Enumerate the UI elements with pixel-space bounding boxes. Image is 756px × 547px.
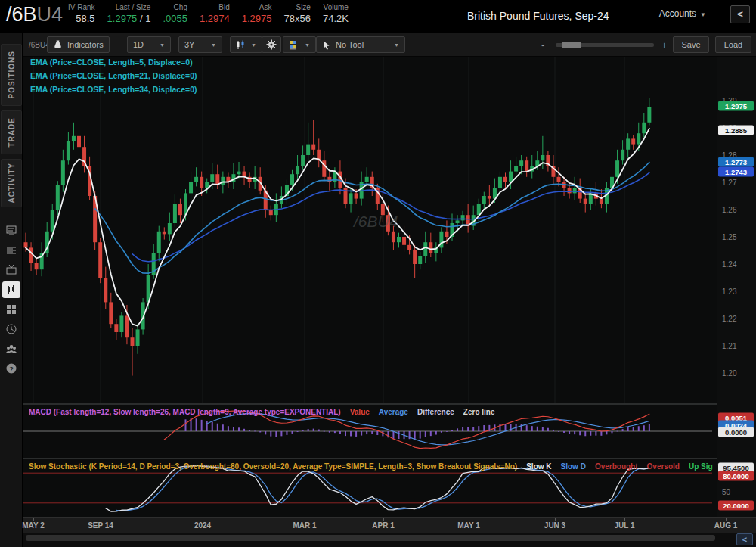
- header: /6BU4 IV Rank58.5Last / Size1.2975 / 1Ch…: [0, 0, 756, 33]
- chart-toolbar: /6BU4 Indicators 1D ▼ 3Y ▼ ▼ ▼ No Tool ▼: [23, 33, 756, 57]
- time-label-jul-1: JUL 1: [614, 521, 634, 530]
- stoch-row-legend-slow-d[interactable]: Slow D: [561, 462, 586, 471]
- timeframe-dropdown[interactable]: 1D ▼: [127, 36, 171, 53]
- price-tick: 1.20: [722, 369, 736, 378]
- stoch-row-legend-up-signal[interactable]: Up Signal: [689, 462, 713, 471]
- quote-field-volume: Volume74.2K: [323, 2, 349, 26]
- macd-row-legend-average[interactable]: Average: [379, 408, 408, 416]
- macd-study-row: MACD (Fast length=12, Slow length=26, MA…: [29, 408, 713, 416]
- stoch-row-legend-slow-k[interactable]: Slow K: [526, 462, 551, 471]
- quote-field-value: 1.2974: [200, 12, 230, 26]
- macd-row-legend-zero-line[interactable]: Zero line: [463, 408, 495, 416]
- price-tick: 1.23: [722, 287, 736, 296]
- community-icon[interactable]: [2, 340, 20, 357]
- sidebar-tab-trade[interactable]: TRADE: [1, 110, 22, 154]
- chevron-down-icon: ▼: [251, 42, 256, 48]
- grid-icon[interactable]: [2, 301, 20, 318]
- zoom-slider-thumb[interactable]: [562, 42, 581, 48]
- load-button[interactable]: Load: [715, 36, 751, 53]
- save-button[interactable]: Save: [673, 36, 709, 53]
- price-tick: 1.22: [722, 315, 736, 323]
- range-value: 3Y: [184, 40, 194, 49]
- quote-field-value: .0055: [163, 12, 187, 26]
- tab-label: TRADE: [8, 117, 16, 147]
- quote-field-label: Size: [296, 2, 310, 12]
- time-axis[interactable]: MAY 2SEP 142024MAR 1APR 1MAY 1JUN 3JUL 1…: [23, 517, 756, 533]
- monitor-icon[interactable]: [2, 222, 20, 239]
- quote-field-bid: Bid1.2974: [200, 2, 230, 26]
- time-tick: [305, 518, 305, 521]
- indicators-button[interactable]: Indicators: [47, 36, 110, 53]
- axis-badge-1-2885: 1.2885: [718, 126, 754, 135]
- quote-field-ask: Ask1.2975: [242, 2, 272, 26]
- tab-label: ACTIVITY: [8, 163, 16, 204]
- help-icon[interactable]: ?: [2, 360, 20, 377]
- time-tick: [33, 518, 34, 521]
- strategies-dropdown[interactable]: ▼: [283, 36, 316, 53]
- sidebar-tab-activity[interactable]: ACTIVITY: [1, 159, 22, 207]
- macd-row-legend-difference[interactable]: Difference: [417, 408, 454, 416]
- quote-field-value: 74.2K: [323, 12, 349, 26]
- flask-icon: [53, 39, 63, 50]
- symbol: /6BU4: [6, 3, 63, 26]
- sidebar-icons: ?: [0, 221, 23, 378]
- bottom-strip: <: [23, 533, 756, 547]
- quote-field-value: 1.2975 / 1: [107, 12, 151, 26]
- time-tick: [383, 518, 384, 521]
- candlestick-icon: [236, 40, 245, 50]
- accounts-dropdown[interactable]: Accounts▼: [659, 8, 706, 19]
- time-label-apr-1: APR 1: [372, 521, 394, 530]
- quote-field-label: Chg: [174, 2, 187, 12]
- zoom-out-button[interactable]: -: [541, 39, 544, 51]
- collapse-panel-button[interactable]: <: [730, 5, 750, 23]
- quote-field-label: Last / Size: [116, 2, 151, 12]
- chevron-down-icon: ▼: [700, 11, 706, 18]
- quote-field-value: 78x56: [284, 12, 311, 26]
- instrument-title: British Pound Futures, Sep-24: [467, 10, 609, 22]
- quote-field-iv-rank: IV Rank58.5: [68, 2, 95, 26]
- range-dropdown[interactable]: 3Y ▼: [178, 36, 222, 53]
- time-tick: [726, 518, 727, 521]
- macd-row-legend-value[interactable]: Value: [350, 408, 370, 416]
- chart-watermark: /6BU4: [354, 213, 398, 231]
- time-label-may-2: MAY 2: [22, 521, 44, 530]
- macd-row-label[interactable]: MACD (Fast length=12, Slow length=26, MA…: [29, 408, 341, 416]
- tv-icon[interactable]: [2, 262, 20, 278]
- price-tick: 1.27: [722, 179, 736, 187]
- indicators-label: Indicators: [67, 40, 104, 49]
- symbol-contract: U4: [37, 3, 64, 26]
- tool-label: No Tool: [336, 40, 364, 49]
- stoch-row-label[interactable]: Slow Stochastic (K Period=14, D Period=3…: [29, 462, 517, 471]
- zoom-slider[interactable]: [556, 43, 654, 47]
- axis-badge-80-0000: 80.0000: [718, 471, 754, 481]
- ema-label-1[interactable]: EMA (Price=CLOSE, Length=21, Displace=0): [30, 69, 197, 82]
- quote-fields: IV Rank58.5Last / Size1.2975 / 1Chg.0055…: [68, 2, 361, 26]
- chart-settings-button[interactable]: [262, 36, 281, 53]
- sidebar-tab-positions[interactable]: POSITIONS: [1, 44, 22, 106]
- load-label: Load: [724, 40, 742, 49]
- axis-badge-20-0000: 20.0000: [718, 501, 754, 511]
- time-tick: [555, 518, 556, 521]
- time-label-2024: 2024: [194, 521, 211, 530]
- expand-corner-button[interactable]: <: [736, 533, 753, 545]
- ema-label-2[interactable]: EMA (Price=CLOSE, Length=34, Displace=0): [30, 82, 197, 96]
- ema-study-labels: EMA (Price=CLOSE, Length=5, Displace=0)E…: [30, 55, 197, 96]
- watchlist-icon[interactable]: [2, 242, 20, 259]
- stoch-row-legend-oversold[interactable]: Oversold: [647, 462, 680, 471]
- quote-field-label: Bid: [218, 2, 229, 12]
- quote-field-value: 1.2975: [242, 12, 272, 26]
- chevron-down-icon: ▼: [211, 42, 216, 48]
- stoch-row-legend-overbought[interactable]: Overbought: [595, 462, 638, 471]
- stoch-mid-label: 50: [722, 488, 730, 496]
- charts-icon[interactable]: [2, 281, 20, 298]
- zoom-in-button[interactable]: +: [662, 39, 668, 51]
- history-clock-icon[interactable]: [2, 321, 20, 337]
- ema-label-0[interactable]: EMA (Price=CLOSE, Length=5, Displace=0): [30, 55, 197, 69]
- quote-field-chg: Chg.0055: [163, 2, 187, 26]
- save-label: Save: [681, 40, 700, 49]
- horizontal-scrollbar[interactable]: [26, 535, 715, 541]
- price-axis[interactable]: 1.301.291.281.271.261.251.241.231.221.21…: [717, 57, 756, 517]
- gear-icon: [266, 39, 277, 50]
- drawing-tool-dropdown[interactable]: No Tool ▼: [316, 36, 405, 53]
- chart-type-dropdown[interactable]: ▼: [230, 36, 262, 53]
